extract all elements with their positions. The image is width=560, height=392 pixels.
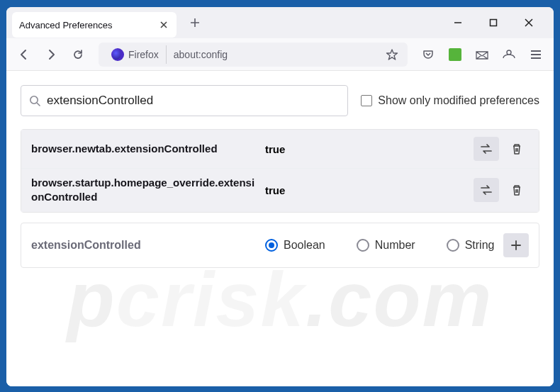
minimize-button[interactable]: [450, 15, 466, 30]
type-options: Boolean Number String: [265, 239, 498, 252]
pocket-button[interactable]: [416, 43, 440, 67]
nav-toolbar: Firefox about:config: [6, 38, 554, 71]
preference-row[interactable]: browser.startup.homepage_override.extens…: [21, 169, 539, 212]
search-row: Show only modified preferences: [21, 85, 539, 116]
preference-table: browser.newtab.extensionControlled true …: [21, 129, 539, 213]
radio-label: Number: [375, 239, 415, 252]
checkbox-icon: [361, 95, 372, 106]
delete-button[interactable]: [505, 137, 529, 161]
radio-number[interactable]: Number: [357, 239, 415, 252]
extensions-button[interactable]: [443, 43, 467, 67]
preference-value: true: [265, 143, 468, 155]
toggle-button[interactable]: [474, 178, 499, 202]
toggle-button[interactable]: [474, 137, 499, 161]
radio-label: String: [465, 239, 495, 252]
back-button[interactable]: [12, 43, 36, 67]
checkbox-label: Show only modified preferences: [378, 94, 539, 107]
urlbar-identity[interactable]: Firefox: [104, 45, 167, 64]
bookmark-star-button[interactable]: [382, 45, 402, 65]
radio-icon: [265, 239, 278, 252]
preference-value: true: [265, 184, 468, 196]
preference-name: browser.startup.homepage_override.extens…: [31, 176, 259, 205]
search-input[interactable]: [47, 94, 340, 108]
tab-title: Advanced Preferences: [19, 20, 152, 30]
about-config-content: Show only modified preferences browser.n…: [6, 71, 554, 386]
svg-point-1: [30, 96, 38, 103]
radio-icon: [357, 239, 369, 252]
close-window-button[interactable]: [521, 15, 537, 30]
url-bar[interactable]: Firefox about:config: [99, 43, 408, 67]
browser-tab[interactable]: Advanced Preferences: [12, 12, 177, 38]
url-text[interactable]: about:config: [167, 49, 382, 60]
search-icon: [28, 94, 41, 107]
titlebar: Advanced Preferences: [6, 7, 554, 38]
window-controls: [450, 15, 554, 30]
radio-string[interactable]: String: [447, 239, 495, 252]
radio-boolean[interactable]: Boolean: [265, 239, 325, 252]
account-button[interactable]: [497, 43, 521, 67]
browser-window: Advanced Preferences: [6, 7, 554, 386]
maximize-button[interactable]: [486, 15, 501, 30]
add-preference-name: extensionControlled: [31, 237, 259, 253]
search-box[interactable]: [21, 85, 348, 116]
new-tab-button[interactable]: [185, 13, 205, 33]
forward-button[interactable]: [39, 43, 63, 67]
extension-icon: [449, 48, 461, 61]
preference-name: browser.newtab.extensionControlled: [31, 142, 259, 156]
preference-row[interactable]: browser.newtab.extensionControlled true: [21, 130, 539, 169]
show-modified-checkbox[interactable]: Show only modified preferences: [361, 94, 539, 107]
reload-button[interactable]: [66, 43, 90, 67]
urlbar-brand-label: Firefox: [128, 49, 159, 60]
firefox-logo-icon: [111, 48, 124, 61]
radio-label: Boolean: [284, 239, 325, 252]
add-button[interactable]: [503, 233, 529, 257]
radio-icon: [447, 239, 459, 252]
close-tab-button[interactable]: [158, 19, 169, 30]
inbox-button[interactable]: [470, 43, 494, 67]
add-preference-row: extensionControlled Boolean Number Strin…: [21, 223, 539, 268]
delete-button[interactable]: [505, 178, 529, 202]
app-menu-button[interactable]: [524, 43, 548, 67]
svg-rect-0: [491, 20, 497, 26]
